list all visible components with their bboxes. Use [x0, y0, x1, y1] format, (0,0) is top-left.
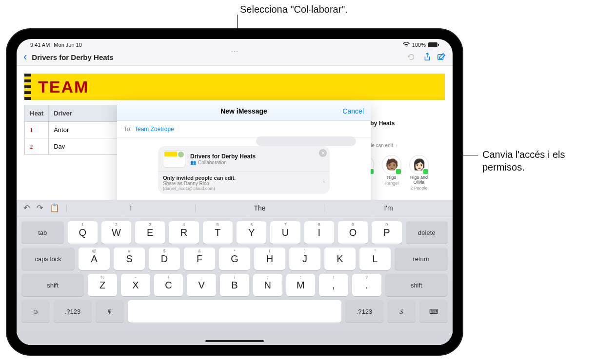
kb-row-3: shift %Z -X +C =V /B ;N :M !, ?. shift	[21, 274, 448, 296]
key-mic[interactable]: 🎙	[96, 300, 124, 323]
key-emoji[interactable]: ☺	[21, 300, 50, 323]
scribble-icon: 𝓢	[399, 308, 403, 315]
team-banner-text: TEAM	[38, 77, 89, 96]
key-w[interactable]: 2W	[101, 221, 131, 244]
prediction-bar: ↶ ↷ 📋 I The I'm	[17, 200, 453, 216]
svg-rect-0	[428, 42, 437, 47]
people-icon: 👥	[190, 160, 196, 165]
permission-line2: Share as Danny Rico	[163, 181, 325, 186]
attachment-thumbnail	[163, 150, 185, 168]
to-field[interactable]: To: Team Zoetrope	[117, 121, 371, 137]
prediction-word[interactable]: I'm	[324, 204, 453, 212]
contact-sub: Rangel	[380, 181, 403, 186]
key-u[interactable]: 7U	[270, 221, 300, 244]
callout-right: Canvia l'accés i els permisos.	[482, 148, 565, 173]
key-shift-left[interactable]: shift	[21, 274, 84, 296]
key-capslock[interactable]: caps lock	[21, 248, 75, 270]
keyboard-hide-icon: ⌨	[429, 308, 438, 315]
emoji-icon: ☺	[32, 308, 39, 315]
back-icon[interactable]: ‹	[23, 51, 27, 63]
redo-icon[interactable]: ↷	[37, 203, 43, 212]
key-tab[interactable]: tab	[21, 221, 64, 244]
contact-sub: 2 People	[408, 186, 430, 191]
key-h[interactable]: (H	[254, 248, 285, 270]
modal-header: New iMessage Cancel	[117, 101, 371, 121]
key-c[interactable]: +C	[154, 274, 183, 296]
key-n[interactable]: ;N	[253, 274, 282, 296]
key-comma[interactable]: !,	[319, 274, 348, 296]
key-return[interactable]: return	[395, 248, 448, 270]
key-y[interactable]: 6Y	[237, 221, 266, 244]
callout-right-l2: permisos.	[482, 161, 565, 173]
battery-icon	[428, 42, 439, 47]
attachment-card[interactable]: ✕ Drivers for Derby Heats 👥 Collaboratio…	[158, 146, 330, 194]
kb-row-2: caps lock @A #S $D &F *G (H )J 'K "L ret…	[21, 248, 448, 270]
key-i[interactable]: 8I	[304, 221, 334, 244]
key-j[interactable]: )J	[289, 248, 320, 270]
key-x[interactable]: -X	[121, 274, 150, 296]
attachment-subtitle-text: Collaboration	[198, 160, 227, 165]
status-date: Mon Jun 10	[54, 42, 81, 48]
key-space[interactable]	[128, 300, 341, 323]
key-r[interactable]: 4R	[169, 221, 198, 244]
callout-right-l1: Canvia l'accés i els	[482, 148, 565, 161]
key-b[interactable]: /B	[220, 274, 249, 296]
key-dismiss-keyboard[interactable]: ⌨	[419, 300, 448, 323]
share-icon[interactable]	[423, 53, 432, 61]
modal-title: New iMessage	[220, 107, 267, 115]
remove-attachment-icon[interactable]: ✕	[319, 149, 327, 157]
attachment-title: Drivers for Derby Heats	[190, 153, 256, 160]
cancel-button[interactable]: Cancel	[342, 107, 364, 115]
key-e[interactable]: 3E	[135, 221, 165, 244]
key-delete[interactable]: delete	[406, 221, 448, 244]
contact-name: Rigo and Olivia	[408, 175, 430, 185]
to-value: Team Zoetrope	[135, 126, 174, 133]
key-p[interactable]: 0P	[372, 221, 401, 244]
cell-heat[interactable]: 1	[25, 122, 49, 138]
key-v[interactable]: =V	[187, 274, 216, 296]
avatar[interactable]: 🧑🏽	[382, 155, 401, 174]
key-numbers-left[interactable]: .?123	[54, 300, 92, 323]
col-heat: Heat	[25, 105, 49, 122]
chevron-right-icon: ›	[323, 178, 325, 185]
to-label: To:	[124, 126, 132, 133]
key-q[interactable]: 1Q	[68, 221, 98, 244]
key-a[interactable]: @A	[79, 248, 110, 270]
undo-icon[interactable]: ↶	[23, 203, 30, 212]
wifi-icon	[403, 42, 410, 47]
status-time: 9:41 AM	[30, 42, 50, 48]
permission-settings-row[interactable]: Only invited people can edit. Share as D…	[158, 172, 330, 194]
toolbar-dots-icon[interactable]: ⋯	[231, 47, 238, 56]
message-body: ✕ Drivers for Derby Heats 👥 Collaboratio…	[117, 137, 371, 203]
key-f[interactable]: &F	[184, 248, 215, 270]
undo-icon[interactable]	[407, 53, 416, 61]
clipboard-icon[interactable]: 📋	[50, 203, 60, 212]
keyboard: ↶ ↷ 📋 I The I'm tab 1Q 2W 3E 4R	[17, 200, 453, 345]
prediction-word[interactable]: The	[195, 204, 324, 212]
key-g[interactable]: *G	[219, 248, 250, 270]
screen: 9:41 AM Mon Jun 10 100% ‹ Drivers for De…	[17, 39, 453, 345]
key-numbers-right[interactable]: .?123	[345, 300, 383, 323]
avatar[interactable]: 👩🏻	[409, 155, 429, 174]
key-o[interactable]: 9O	[338, 221, 368, 244]
key-shift-right[interactable]: shift	[385, 274, 448, 296]
key-m[interactable]: :M	[286, 274, 316, 296]
key-handwriting[interactable]: 𝓢	[387, 300, 416, 323]
previous-message-bubble	[256, 136, 356, 146]
compose-icon[interactable]	[437, 53, 446, 61]
ipad-frame: 9:41 AM Mon Jun 10 100% ‹ Drivers for De…	[7, 29, 462, 355]
navbar: ‹ Drivers for Derby Heats ⋯	[17, 49, 453, 65]
cell-heat[interactable]: 2	[25, 138, 49, 155]
key-d[interactable]: $D	[149, 248, 180, 270]
key-s[interactable]: #S	[114, 248, 145, 270]
key-t[interactable]: 5T	[203, 221, 233, 244]
key-k[interactable]: 'K	[324, 248, 356, 270]
mic-icon: 🎙	[107, 308, 113, 315]
page-title: Drivers for Derby Heats	[32, 54, 114, 61]
key-z[interactable]: %Z	[88, 274, 117, 296]
home-indicator[interactable]	[205, 340, 264, 342]
key-l[interactable]: "L	[359, 248, 391, 270]
prediction-word[interactable]: I	[66, 204, 195, 212]
svg-rect-1	[438, 44, 439, 46]
key-period[interactable]: ?.	[352, 274, 381, 296]
